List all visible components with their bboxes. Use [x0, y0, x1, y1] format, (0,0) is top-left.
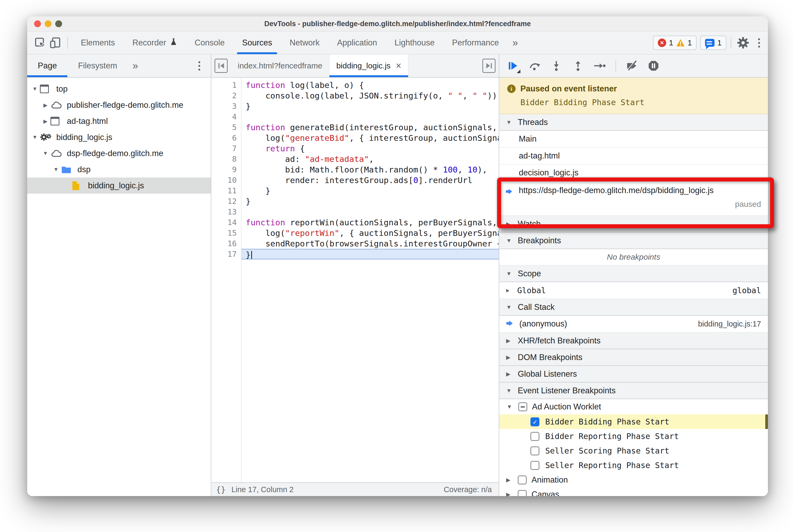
tabs-scroll-right-button[interactable] [483, 59, 495, 73]
code-editor[interactable]: 1function log(label, o) {2 console.log(l… [211, 78, 499, 482]
line-number[interactable]: 14 [211, 217, 241, 228]
section-watch[interactable]: ▶Watch [499, 216, 768, 232]
scope-global[interactable]: ▶Globalglobal [499, 282, 768, 299]
code-line[interactable]: 7 return { [211, 143, 499, 154]
errors-warnings-badge[interactable]: × 1 1 [653, 36, 697, 50]
editor-tab-index-html-fencedframe[interactable]: index.html?fencedframe [231, 54, 329, 77]
panel-tab-page[interactable]: Page [27, 54, 68, 77]
code-line[interactable]: 2 console.log(label, JSON.stringify(o, "… [211, 90, 499, 101]
settings-gear-icon[interactable] [735, 35, 751, 50]
category-canvas[interactable]: ▶Canvas [499, 487, 768, 496]
step-out-button[interactable] [571, 59, 585, 73]
line-number[interactable]: 17 [211, 249, 241, 260]
line-number[interactable]: 16 [211, 238, 241, 249]
step-into-button[interactable] [549, 59, 563, 73]
code-line[interactable]: 15 log("reportWin", { auctionSignals, pe… [211, 228, 499, 238]
left-panel-kebab-icon[interactable] [197, 60, 202, 72]
resume-script-button[interactable] [506, 59, 520, 73]
tree-item-dsp-fledge-demo-glitch-me[interactable]: ▼dsp-fledge-demo.glitch.me [27, 145, 211, 162]
code-line[interactable]: 4 [211, 112, 499, 122]
line-number[interactable]: 9 [211, 164, 241, 175]
section-dom-breakpoints[interactable]: ▶DOM Breakpoints [499, 349, 768, 366]
line-number[interactable]: 4 [211, 112, 241, 122]
main-menu-kebab-icon[interactable] [757, 37, 761, 49]
tab-recorder[interactable]: Recorder [124, 32, 186, 54]
section-breakpoints[interactable]: ▼Breakpoints [499, 232, 768, 249]
breakpoint-bidder-bidding-phase-start[interactable]: ✓Bidder Bidding Phase Start [499, 415, 768, 429]
section-call-stack[interactable]: ▼Call Stack [499, 299, 768, 316]
tree-expanded-arrow-icon[interactable]: ▼ [40, 150, 51, 156]
line-number[interactable]: 5 [211, 122, 241, 133]
code-line[interactable]: 3} [211, 101, 499, 112]
line-number[interactable]: 3 [211, 101, 241, 112]
tab-sources[interactable]: Sources [233, 32, 281, 54]
section-event-listener-breakpoints[interactable]: ▼Event Listener Breakpoints [499, 382, 768, 399]
deactivate-breakpoints-button[interactable] [625, 59, 639, 73]
line-number[interactable]: 10 [211, 175, 241, 186]
breakpoint-bidder-reporting-phase-start[interactable]: Bidder Reporting Phase Start [499, 429, 768, 443]
code-line[interactable]: 9 bid: Math.floor(Math.random() * 100, 1… [211, 164, 499, 175]
tab-elements[interactable]: Elements [72, 32, 124, 54]
section-scope[interactable]: ▼Scope [499, 265, 768, 282]
thread-ad-tag-html[interactable]: ad-tag.html [499, 148, 768, 165]
pretty-print-icon[interactable]: {} [216, 485, 226, 494]
tree-expanded-arrow-icon[interactable]: ▼ [30, 86, 40, 92]
code-line[interactable]: 1function log(label, o) { [211, 80, 499, 90]
line-number[interactable]: 13 [211, 207, 241, 217]
minimize-window-icon[interactable] [45, 20, 52, 27]
category-collapsed-arrow-icon[interactable]: ▶ [506, 491, 513, 496]
zoom-window-icon[interactable] [55, 20, 62, 27]
unchecked-checkbox[interactable] [518, 475, 527, 484]
tree-item-ad-tag-html[interactable]: ▶ad-tag.html [27, 113, 211, 129]
group-expanded-arrow-icon[interactable]: ▼ [507, 404, 513, 410]
breakpoint-seller-scoring-phase-start[interactable]: Seller Scoring Phase Start [499, 443, 768, 458]
group-ad-auction-worklet[interactable]: ▼Ad Auction Worklet [499, 399, 768, 415]
tree-collapsed-arrow-icon[interactable]: ▶ [40, 118, 51, 125]
tab-network[interactable]: Network [281, 32, 328, 54]
step-over-button[interactable] [528, 59, 542, 73]
pause-on-exceptions-button[interactable] [647, 59, 660, 73]
tree-expanded-arrow-icon[interactable]: ▼ [30, 134, 40, 140]
line-number[interactable]: 8 [211, 154, 241, 164]
indeterminate-checkbox[interactable] [518, 402, 527, 411]
code-line[interactable]: 17} [211, 249, 499, 260]
checked-checkbox[interactable]: ✓ [530, 417, 540, 426]
line-number[interactable]: 11 [211, 186, 241, 196]
tree-item-bidding-logic-js[interactable]: bidding_logic.js [27, 177, 211, 194]
device-toolbar-icon[interactable] [48, 35, 63, 50]
editor-tab-bidding-logic-js[interactable]: bidding_logic.js× [329, 54, 409, 77]
unchecked-checkbox[interactable] [530, 446, 540, 455]
thread-main[interactable]: Main [499, 131, 768, 148]
category-animation[interactable]: ▶Animation [499, 473, 768, 487]
code-line[interactable]: 16 sendReportTo(browserSignals.interestG… [211, 238, 499, 249]
tabs-scroll-left-button[interactable] [214, 59, 228, 73]
code-line[interactable]: 11 } [211, 186, 499, 196]
code-line[interactable]: 10 render: interestGroup.ads[0].renderUr… [211, 175, 499, 186]
line-number[interactable]: 2 [211, 90, 241, 101]
code-line[interactable]: 13 [211, 207, 499, 217]
tree-item-top[interactable]: ▼top [27, 81, 211, 97]
unchecked-checkbox[interactable] [530, 432, 540, 441]
line-number[interactable]: 6 [211, 133, 241, 143]
tree-item-publisher-fledge-demo-glitch-me[interactable]: ▶publisher-fledge-demo.glitch.me [27, 97, 211, 113]
line-number[interactable]: 12 [211, 196, 241, 207]
code-line[interactable]: 14function reportWin(auctionSignals, per… [211, 217, 499, 228]
tab-lighthouse[interactable]: Lighthouse [386, 32, 443, 54]
panel-tab-filesystem[interactable]: Filesystem [68, 54, 128, 77]
breakpoint-seller-reporting-phase-start[interactable]: Seller Reporting Phase Start [499, 458, 768, 473]
section-xhr-fetch-breakpoints[interactable]: ▶XHR/fetch Breakpoints [499, 332, 768, 349]
line-number[interactable]: 1 [211, 80, 241, 90]
line-number[interactable]: 7 [211, 143, 241, 154]
thread-decision-logic-js[interactable]: decision_logic.js [499, 165, 768, 182]
tab-console[interactable]: Console [186, 32, 233, 54]
code-line[interactable]: 6 log("generateBid", { interestGroup, au… [211, 133, 499, 143]
tab-application[interactable]: Application [328, 32, 386, 54]
code-line[interactable]: 12} [211, 196, 499, 207]
section-threads[interactable]: ▼Threads [499, 114, 768, 131]
callstack-frame[interactable]: (anonymous)bidding_logic.js:17 [499, 316, 768, 332]
unchecked-checkbox[interactable] [530, 461, 540, 470]
tree-collapsed-arrow-icon[interactable]: ▶ [40, 102, 51, 108]
category-collapsed-arrow-icon[interactable]: ▶ [506, 477, 513, 483]
more-tabs-chevron[interactable]: » [512, 37, 518, 49]
left-panel-more-chevron[interactable]: » [133, 60, 138, 72]
